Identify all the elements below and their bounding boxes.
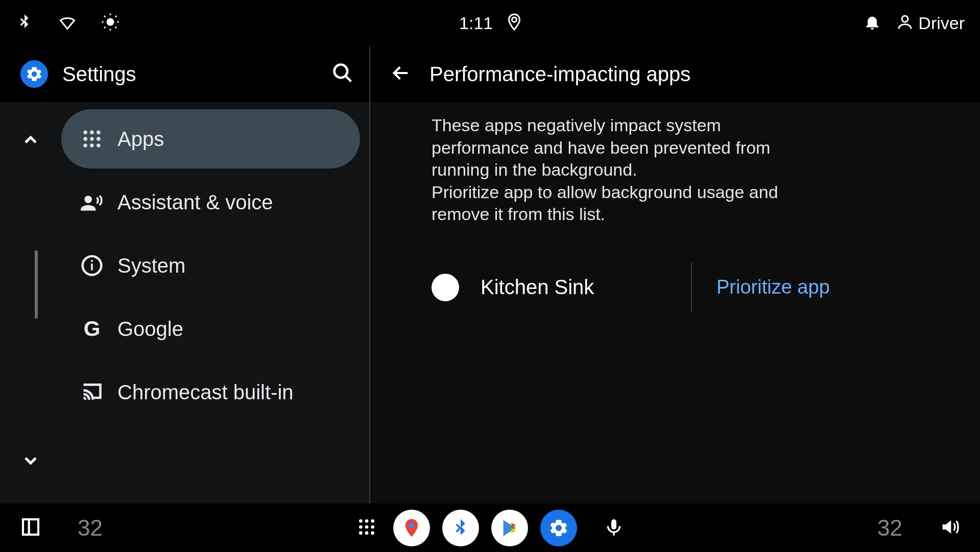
vertical-divider (691, 262, 692, 313)
assistant-voice-icon (80, 191, 104, 213)
volume-button[interactable] (939, 517, 960, 539)
svg-point-30 (359, 525, 363, 529)
status-bar: 1:11 Driver (0, 0, 980, 46)
scroll-indicator (35, 250, 38, 319)
sidebar-item-chromecast[interactable]: Chromecast built-in (61, 363, 360, 422)
svg-point-29 (371, 519, 374, 523)
sidebar-item-label: Google (117, 318, 183, 341)
svg-point-14 (97, 131, 100, 134)
app-launcher-button[interactable] (356, 517, 377, 539)
detail-title: Performance-impacting apps (429, 63, 690, 86)
svg-point-13 (90, 131, 93, 134)
location-icon (505, 13, 523, 33)
user-profile-button[interactable]: Driver (896, 13, 965, 33)
svg-line-11 (346, 76, 351, 82)
svg-point-31 (365, 525, 368, 529)
sidebar-title: Settings (62, 63, 317, 86)
svg-point-15 (84, 137, 87, 140)
clock-time: 1:11 (459, 13, 493, 33)
brightness-icon (101, 13, 119, 33)
svg-point-20 (97, 143, 100, 147)
sidebar-item-assistant-voice[interactable]: Assistant & voice (61, 173, 360, 232)
svg-point-34 (365, 531, 368, 535)
scroll-down-button[interactable] (20, 450, 41, 473)
sidebar-list: Apps Assistant & voice System G (61, 109, 369, 503)
svg-point-12 (84, 131, 87, 134)
settings-app-icon (20, 60, 48, 88)
sidebar-item-label: Assistant & voice (117, 191, 273, 214)
svg-point-35 (371, 531, 374, 535)
scroll-up-button[interactable] (20, 130, 41, 152)
svg-line-7 (104, 27, 105, 28)
notification-bell-icon[interactable] (863, 13, 881, 33)
main-content: Settings Apps (0, 46, 980, 503)
google-icon: G (80, 318, 104, 340)
app-name-label: Kitchen Sink (481, 276, 594, 299)
settings-sidebar: Settings Apps (0, 46, 370, 503)
sidebar-item-system[interactable]: System (61, 236, 360, 295)
user-name-label: Driver (918, 13, 965, 33)
svg-point-21 (84, 196, 92, 203)
svg-point-10 (334, 65, 348, 78)
svg-rect-24 (91, 260, 93, 262)
dashboard-icon[interactable] (20, 517, 41, 539)
temperature-right[interactable]: 32 (877, 515, 902, 541)
search-button[interactable] (331, 62, 354, 86)
app-icon (432, 274, 459, 301)
dock-settings-button[interactable] (540, 510, 577, 546)
svg-point-18 (84, 143, 87, 147)
dock-maps-button[interactable] (393, 510, 430, 546)
svg-point-28 (365, 519, 368, 523)
app-row: Kitchen Sink Prioritize app (432, 262, 939, 313)
apps-grid-icon (80, 128, 104, 150)
app-entry[interactable]: Kitchen Sink (432, 274, 666, 301)
bluetooth-icon (15, 13, 34, 33)
svg-point-9 (902, 16, 908, 22)
svg-rect-25 (23, 519, 38, 535)
svg-point-36 (409, 522, 414, 528)
svg-rect-23 (91, 263, 93, 270)
temperature-left[interactable]: 32 (78, 515, 103, 541)
microphone-button[interactable] (604, 517, 624, 539)
svg-point-17 (97, 137, 100, 140)
dock-play-store-button[interactable] (491, 510, 528, 546)
svg-point-16 (90, 137, 93, 140)
detail-panel: Performance-impacting apps These apps ne… (370, 46, 980, 503)
sidebar-item-apps[interactable]: Apps (61, 109, 360, 169)
sidebar-item-label: Chromecast built-in (117, 381, 294, 404)
dock-bluetooth-button[interactable] (442, 510, 479, 546)
cast-icon (80, 381, 104, 403)
back-button[interactable] (391, 63, 411, 85)
svg-point-19 (90, 143, 93, 147)
prioritize-app-button[interactable]: Prioritize app (716, 276, 830, 298)
sidebar-item-label: Apps (117, 128, 164, 151)
svg-rect-37 (611, 519, 616, 530)
svg-point-27 (359, 519, 363, 523)
svg-line-6 (115, 27, 116, 28)
person-icon (896, 13, 914, 33)
sidebar-item-label: System (117, 254, 185, 277)
svg-line-8 (115, 16, 116, 17)
detail-header: Performance-impacting apps (370, 46, 980, 102)
svg-line-5 (104, 16, 105, 17)
dock (393, 510, 577, 546)
svg-point-0 (107, 18, 114, 26)
sidebar-header: Settings (0, 46, 369, 102)
bottom-bar: 32 32 (0, 503, 980, 552)
svg-point-33 (359, 531, 363, 535)
detail-description: These apps negatively impact system perf… (432, 114, 820, 226)
info-icon (80, 254, 104, 277)
sidebar-item-google[interactable]: G Google (61, 299, 360, 358)
wifi-icon (58, 13, 77, 33)
svg-point-32 (371, 525, 374, 529)
